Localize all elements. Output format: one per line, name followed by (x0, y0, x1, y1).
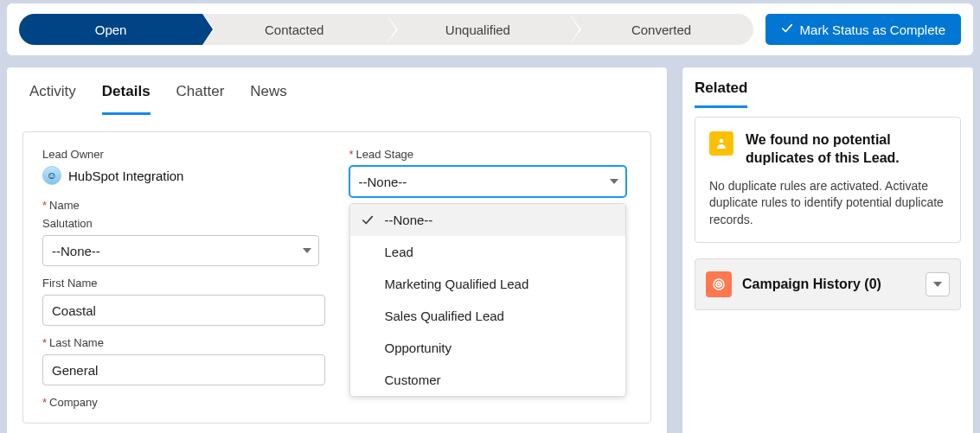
campaign-history-card[interactable]: Campaign History (0) (695, 258, 961, 310)
salutation-select[interactable]: --None-- (42, 235, 319, 266)
details-form: Lead Owner ☺ HubSpot Integration Name Sa… (22, 131, 651, 423)
tab-chatter[interactable]: Chatter (176, 83, 225, 115)
related-title: Related (695, 80, 747, 108)
chevron-down-icon (610, 179, 618, 184)
mark-status-complete-button[interactable]: Mark Status as Complete (765, 14, 961, 45)
dd-label: Opportunity (385, 341, 452, 355)
lead-stage-value: --None-- (359, 175, 407, 189)
dd-label: Lead (385, 245, 413, 259)
tabs: Activity Details Chatter News (7, 67, 667, 116)
lead-owner-label: Lead Owner (42, 148, 325, 161)
lead-stage-dropdown: --None-- Lead Marketing Qualified Lead S… (349, 203, 626, 397)
path-step-open[interactable]: Open (19, 14, 202, 45)
lead-stage-option-opportunity[interactable]: Opportunity (350, 332, 625, 364)
duplicates-card: We found no potential duplicates of this… (695, 117, 961, 243)
first-name-label: First Name (42, 277, 325, 290)
first-name-input[interactable] (42, 295, 325, 326)
dd-label: Sales Qualified Lead (385, 309, 504, 323)
svg-point-0 (720, 139, 724, 143)
lead-owner-value: HubSpot Integration (68, 169, 183, 183)
lead-stage-option-customer[interactable]: Customer (350, 364, 625, 396)
lead-stage-option-lead[interactable]: Lead (350, 236, 625, 268)
dd-label: Customer (385, 373, 441, 387)
owner-avatar-icon: ☺ (42, 166, 61, 185)
path-step-contacted[interactable]: Contacted (202, 14, 386, 45)
check-icon (781, 22, 793, 37)
last-name-input[interactable] (42, 354, 325, 385)
mark-complete-label: Mark Status as Complete (800, 22, 945, 37)
path-step-label: Converted (631, 22, 691, 37)
lead-stage-select[interactable]: --None-- (349, 166, 626, 197)
dd-label: --None-- (385, 213, 433, 227)
duplicates-icon (709, 131, 733, 156)
dd-label: Marketing Qualified Lead (385, 277, 529, 291)
salutation-value: --None-- (52, 244, 100, 258)
campaign-icon (706, 271, 732, 297)
campaign-history-title: Campaign History (0) (742, 277, 881, 292)
path-step-converted[interactable]: Converted (569, 14, 753, 45)
name-label: Name (42, 199, 325, 212)
lead-owner-value-row: ☺ HubSpot Integration (42, 166, 325, 185)
path-step-label: Open (95, 22, 127, 37)
lead-stage-label: Lead Stage (349, 148, 632, 161)
company-label: Company (42, 396, 325, 409)
check-icon (361, 213, 375, 227)
campaign-menu-button[interactable] (926, 272, 950, 296)
lead-path: Open Contacted Unqualified Converted (19, 14, 753, 45)
path-step-unqualified[interactable]: Unqualified (386, 14, 569, 45)
tab-news[interactable]: News (250, 83, 287, 115)
tab-details[interactable]: Details (102, 83, 151, 115)
salutation-label: Salutation (42, 217, 325, 230)
main-card: Activity Details Chatter News Lead Owner… (7, 67, 667, 433)
lead-stage-option-none[interactable]: --None-- (350, 204, 625, 236)
path-panel: Open Contacted Unqualified Converted Mar… (7, 3, 973, 55)
svg-point-3 (718, 284, 720, 286)
lead-stage-option-sql[interactable]: Sales Qualified Lead (350, 300, 625, 332)
lead-stage-option-mql[interactable]: Marketing Qualified Lead (350, 268, 625, 300)
chevron-down-icon (303, 248, 311, 253)
path-step-label: Contacted (265, 22, 323, 37)
tab-activity[interactable]: Activity (29, 83, 76, 115)
last-name-label: Last Name (42, 336, 325, 349)
duplicates-text: No duplicate rules are activated. Activa… (709, 178, 946, 229)
duplicates-title: We found no potential duplicates of this… (746, 131, 946, 168)
path-step-label: Unqualified (445, 22, 510, 37)
related-panel: Related We found no potential duplicates… (682, 67, 973, 433)
